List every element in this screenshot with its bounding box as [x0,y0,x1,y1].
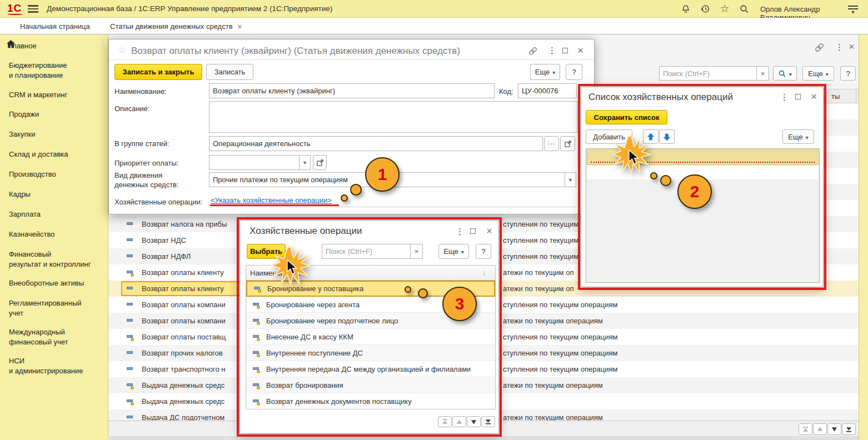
specify-operations-link[interactable]: <Указать хозяйственные операции> [211,196,332,204]
row-name: Возврат НДФЛ [142,252,247,261]
priority-label: Приоритет оплаты: [114,159,178,167]
group-select-button[interactable] [544,136,559,151]
window-frame-bottom-left [0,436,108,440]
notifications-bell-icon[interactable] [680,3,692,15]
sidebar-item[interactable]: Продажи [9,109,104,119]
history-icon[interactable] [699,3,711,15]
form-help-button[interactable]: ? [566,64,582,80]
operations-field-underline [209,207,576,207]
sidebar-item[interactable]: Бюджетирование и планирование [9,61,104,81]
tab-active[interactable]: Статьи движения денежных средств [110,22,233,31]
window-more-icon[interactable] [835,42,844,52]
sidebar-item[interactable]: Производство [9,169,104,179]
item-flag-dot-icon [127,269,135,276]
group-input[interactable]: Операционная деятельность [209,136,543,151]
annotation-dot [350,184,362,196]
row-movement-type: атежи по текущим операциям [503,381,603,389]
annotation-badge-1: 1 [365,157,400,192]
annotation-badge-3: 3 [442,287,477,321]
sidebar-item[interactable]: Международный финансовый учет [9,327,104,347]
dialog-more-icon[interactable] [548,46,556,56]
sidebar-item[interactable]: Внеоборотные активы [9,278,104,288]
item-flag-icon [127,253,135,260]
annotation-dot [660,175,671,186]
row-movement-type: ступления по текущим операциям [503,333,617,341]
annotation-dot [341,194,348,202]
item-flag-icon [127,318,135,324]
go-down-button[interactable] [827,423,841,435]
item-flag-icon [127,366,135,373]
favorite-star-icon[interactable] [118,44,126,56]
row-movement-type: атежи по текущим операциям [503,413,603,421]
code-input[interactable]: ЦУ-000076 [518,83,577,98]
code-label: Код: [499,87,513,96]
list-search-input[interactable]: Поиск (Ctrl+F) × [659,66,769,81]
sidebar-item[interactable]: Финансовый результат и контроллинг [9,249,104,269]
1c-logo-icon: 1С [7,2,22,14]
row-name: Возврат оплаты клиенту [142,268,247,277]
sidebar-item[interactable]: Кадры [9,189,104,199]
item-flag-icon [127,286,135,292]
link-icon[interactable] [815,43,824,52]
description-textarea[interactable] [209,101,577,133]
sidebar-item[interactable]: Склад и доставка [9,149,104,159]
search-button[interactable] [773,66,797,81]
go-last-button[interactable] [842,423,856,435]
name-input[interactable]: Возврат оплаты клиенту (эквайринг) [209,83,495,98]
item-flag-icon [127,237,135,244]
row-movement-type: ступления по текущим операциям [503,349,617,357]
global-search-icon[interactable] [738,3,750,15]
app-window: 1С Демонстрационная база / 1С:ERP Управл… [0,0,868,440]
home-icon[interactable] [6,39,16,48]
service-menu-icon[interactable]: ▾ [848,4,858,13]
item-flag-icon [127,414,135,421]
go-first-button[interactable] [799,423,812,435]
item-flag-icon [127,221,135,228]
window-close-icon[interactable] [849,41,855,53]
save-button[interactable]: Записать [206,64,253,80]
go-up-button[interactable] [813,423,827,435]
row-name: Возврат прочих налогов [142,349,247,357]
chevron-down-icon[interactable] [299,156,310,169]
row-movement-type: ступления по текущим операциям [503,365,617,373]
row-name: Возврат оплаты компани [142,317,247,325]
form-more-button[interactable]: Еще [530,64,560,80]
maximize-icon[interactable] [562,48,568,53]
sidebar-item[interactable]: Казначейство [9,229,104,239]
dialog-title: Возврат оплаты клиенту (эквайринг) (Стат… [131,46,460,57]
annotation-dot [418,288,428,298]
sidebar-item[interactable]: НСИ и администрирование [9,356,104,376]
priority-combo[interactable] [209,155,311,170]
favorites-star-icon[interactable] [719,2,731,14]
chevron-down-icon[interactable] [565,173,576,187]
sidebar-item[interactable]: Зарплата [9,209,104,219]
get-link-icon[interactable] [528,47,537,56]
tab-separator [102,38,103,49]
dialog-close-icon[interactable] [577,44,583,57]
search-clear-icon[interactable]: × [756,67,769,80]
row-movement-type: ступления по текущим операциям [503,301,617,309]
sidebar-item[interactable]: Главное [9,41,104,51]
window-title: Демонстрационная база / 1С:ERP Управлени… [47,4,332,13]
list-more-button[interactable]: Еще [802,66,834,81]
tab-close-icon[interactable] [237,22,242,31]
row-name: Выдача денежных средс [142,397,247,406]
tab-bar: Начальная страница Статьи движения денеж… [0,18,868,34]
divider [109,59,594,60]
sidebar-item[interactable]: Регламентированный учет [9,298,104,318]
sidebar-item[interactable]: CRM и маркетинг [9,90,104,100]
sidebar-item[interactable]: Закупки [9,129,104,139]
tab-home[interactable]: Начальная страница [20,22,90,31]
main-menu-icon[interactable] [28,3,38,14]
row-movement-type: атежи по текущим оп [503,268,573,277]
priority-open-icon[interactable] [313,155,327,170]
row-name: Выдача денежных средс [142,381,247,389]
list-help-button[interactable]: ? [840,66,856,81]
group-open-icon[interactable] [560,136,575,151]
row-name: Возврат оплаты клиенту [142,284,247,293]
row-name: Возврат оплаты поставщ [142,333,247,341]
cursor-icon [286,260,298,276]
chevron-down-icon [826,69,829,78]
save-and-close-button[interactable]: Записать и закрыть [114,64,202,80]
row-name: Возврат транспортного н [142,365,247,373]
